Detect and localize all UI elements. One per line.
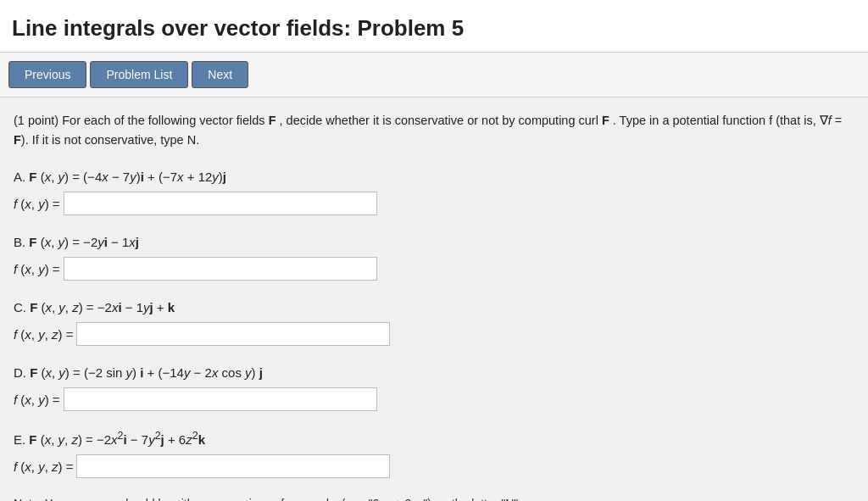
problem-description: (1 point) For each of the following vect… — [14, 111, 854, 150]
note-text: Note: Your answers should be either expr… — [14, 497, 854, 501]
next-button[interactable]: Next — [192, 61, 248, 88]
problem-b-field: B. F (x, y) = −2yi − 1xj — [14, 231, 854, 253]
problem-c-label: f (x, y, z) = — [14, 327, 73, 342]
problem-d: D. F (x, y) = (−2 sin y) i + (−14y − 2x … — [14, 361, 854, 411]
problem-c-input[interactable] — [76, 322, 390, 346]
nav-bar: Previous Problem List Next — [0, 53, 868, 97]
problem-e-label: f (x, y, z) = — [14, 459, 73, 474]
problem-e-answer-line: f (x, y, z) = — [14, 454, 854, 478]
problem-c-answer-line: f (x, y, z) = — [14, 322, 854, 346]
content-area: (1 point) For each of the following vect… — [0, 97, 868, 501]
problem-a: A. F (x, y) = (−4x − 7y)i + (−7x + 12y)j… — [14, 165, 854, 215]
problem-b-label: f (x, y) = — [14, 262, 60, 276]
problem-a-answer-line: f (x, y) = — [14, 192, 854, 215]
problem-list-button[interactable]: Problem List — [90, 61, 188, 88]
problem-a-input[interactable] — [64, 192, 377, 215]
problem-d-answer-line: f (x, y) = — [14, 387, 854, 411]
page-title: Line integrals over vector fields: Probl… — [0, 0, 868, 53]
problem-b-input[interactable] — [64, 257, 377, 281]
problem-c: C. F (x, y, z) = −2xi − 1yj + k f (x, y,… — [14, 296, 854, 346]
previous-button[interactable]: Previous — [8, 61, 86, 88]
problem-d-field: D. F (x, y) = (−2 sin y) i + (−14y − 2x … — [14, 361, 854, 384]
problem-e-field: E. F (x, y, z) = −2x2i − 7y2j + 6z2k — [14, 426, 854, 451]
problem-a-label: f (x, y) = — [14, 197, 60, 211]
problem-a-field: A. F (x, y) = (−4x − 7y)i + (−7x + 12y)j — [14, 165, 854, 188]
problem-b-answer-line: f (x, y) = — [14, 257, 854, 281]
problem-d-label: f (x, y) = — [14, 392, 60, 407]
problem-d-input[interactable] — [64, 387, 377, 411]
problem-e: E. F (x, y, z) = −2x2i − 7y2j + 6z2k f (… — [14, 426, 854, 478]
problem-c-field: C. F (x, y, z) = −2xi − 1yj + k — [14, 296, 854, 319]
problem-b: B. F (x, y) = −2yi − 1xj f (x, y) = — [14, 231, 854, 281]
problem-e-input[interactable] — [76, 454, 390, 478]
